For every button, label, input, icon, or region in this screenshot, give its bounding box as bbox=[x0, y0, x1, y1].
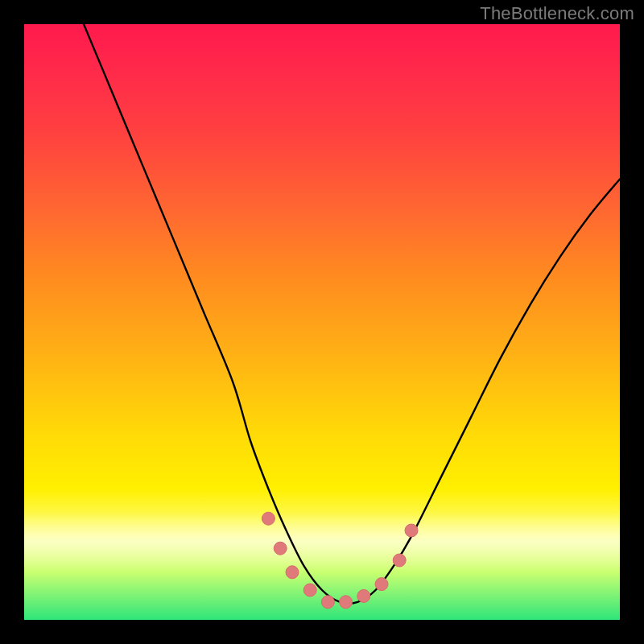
highlight-marker bbox=[274, 542, 287, 555]
chart-frame: TheBottleneck.com bbox=[0, 0, 644, 644]
watermark-text: TheBottleneck.com bbox=[480, 3, 634, 24]
highlight-marker bbox=[357, 589, 370, 602]
highlight-marker bbox=[405, 524, 418, 537]
highlight-marker bbox=[303, 584, 316, 597]
bottleneck-curve bbox=[84, 24, 620, 604]
highlight-marker bbox=[375, 578, 388, 591]
highlight-marker bbox=[321, 596, 334, 609]
highlight-marker bbox=[262, 512, 275, 525]
highlight-marker bbox=[393, 554, 406, 567]
highlight-marker bbox=[340, 596, 353, 609]
highlight-marker bbox=[286, 566, 299, 579]
bottleneck-curve-path bbox=[84, 24, 620, 604]
plot-area bbox=[24, 24, 620, 620]
curve-layer bbox=[24, 24, 620, 620]
